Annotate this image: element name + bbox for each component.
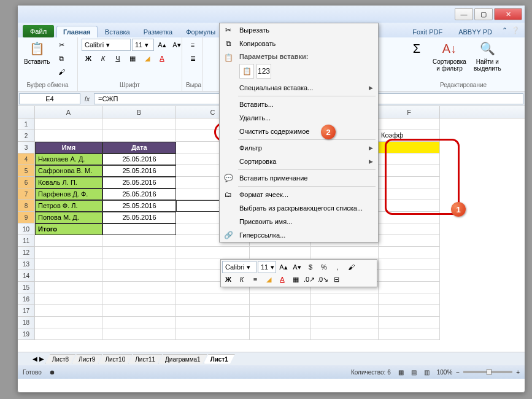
- row-header[interactable]: 13: [18, 258, 35, 270]
- maximize-button[interactable]: ▢: [474, 8, 493, 20]
- cell[interactable]: [35, 130, 102, 142]
- name-box[interactable]: E4: [19, 93, 80, 104]
- sheet-tab-active[interactable]: Лист1: [204, 354, 235, 364]
- tab-insert[interactable]: Вставка: [99, 26, 136, 37]
- cell[interactable]: [35, 282, 102, 293]
- row-header[interactable]: 15: [18, 282, 35, 293]
- col-header-f[interactable]: F: [379, 106, 440, 118]
- context-filter[interactable]: Фильтр▶: [220, 141, 378, 155]
- cell[interactable]: [379, 165, 440, 177]
- tab-home[interactable]: Главная: [56, 26, 98, 37]
- cell[interactable]: [250, 328, 311, 340]
- paste-option-button[interactable]: 123: [256, 64, 271, 79]
- mini-align-center[interactable]: ≡: [249, 274, 261, 285]
- row-header[interactable]: 6: [18, 177, 35, 188]
- sheet-tab[interactable]: Лист10: [98, 354, 132, 364]
- mini-decrease-font[interactable]: A▾: [291, 261, 303, 273]
- row-header[interactable]: 8: [18, 200, 35, 212]
- cell-header-date[interactable]: Дата: [102, 142, 176, 153]
- cell[interactable]: [176, 305, 250, 317]
- cell[interactable]: [35, 258, 102, 270]
- format-painter-button[interactable]: 🖌: [55, 66, 68, 78]
- row-header[interactable]: 14: [18, 270, 35, 282]
- mini-increase-font[interactable]: A▴: [277, 261, 290, 273]
- cell[interactable]: [311, 317, 379, 328]
- cell[interactable]: [250, 247, 311, 258]
- cell[interactable]: [35, 328, 102, 340]
- context-copy[interactable]: ⧉Копировать: [220, 37, 378, 50]
- cell[interactable]: [102, 118, 176, 130]
- paste-button[interactable]: 📋 Вставить: [21, 39, 52, 66]
- cell[interactable]: [250, 305, 311, 317]
- cell[interactable]: [102, 235, 176, 247]
- cell[interactable]: [379, 153, 440, 165]
- cell[interactable]: [379, 282, 440, 293]
- select-all-corner[interactable]: [18, 106, 35, 118]
- mini-fill-color[interactable]: ◢: [263, 274, 275, 285]
- cell[interactable]: [379, 235, 440, 247]
- font-name-combo[interactable]: Calibri▾: [82, 39, 131, 51]
- cell[interactable]: Попова М. Д.: [35, 212, 102, 223]
- row-header[interactable]: 17: [18, 305, 35, 317]
- cell[interactable]: [102, 317, 176, 328]
- col-header-a[interactable]: A: [35, 106, 102, 118]
- fill-color-button[interactable]: ◢: [141, 52, 154, 64]
- cell[interactable]: 25.05.2016: [102, 212, 176, 223]
- tab-file[interactable]: Файл: [23, 25, 54, 37]
- mini-font-color[interactable]: A: [276, 274, 288, 285]
- mini-inc-decimal[interactable]: .0↗: [303, 274, 315, 285]
- cell[interactable]: [102, 305, 176, 317]
- row-header[interactable]: 3: [18, 142, 35, 153]
- cut-button[interactable]: ✂: [55, 39, 68, 51]
- help-icon[interactable]: ❔: [511, 26, 520, 37]
- context-cut[interactable]: ✂Вырезать: [220, 23, 378, 37]
- decrease-font-button[interactable]: A▾: [170, 39, 183, 51]
- cell[interactable]: [102, 247, 176, 258]
- cell[interactable]: [379, 212, 440, 223]
- cell[interactable]: [311, 293, 379, 305]
- underline-button[interactable]: Ч: [111, 52, 125, 64]
- cell[interactable]: [176, 247, 250, 258]
- increase-font-button[interactable]: A▴: [155, 39, 169, 51]
- cell[interactable]: [176, 317, 250, 328]
- row-header[interactable]: 4: [18, 153, 35, 165]
- cell[interactable]: [379, 317, 440, 328]
- context-clear-contents[interactable]: Очистить содержимое: [220, 125, 378, 138]
- paste-option-button[interactable]: 📋: [239, 64, 254, 79]
- cell[interactable]: Коэфф: [379, 130, 440, 142]
- cell[interactable]: 25.05.2016: [102, 177, 176, 188]
- sheet-tab[interactable]: Лист9: [72, 354, 102, 364]
- mini-format-painter[interactable]: 🖌: [345, 261, 357, 273]
- context-dropdown-list[interactable]: Выбрать из раскрывающегося списка...: [220, 201, 378, 215]
- border-button[interactable]: ▦: [126, 52, 139, 64]
- sheet-tab[interactable]: Диаграмма1: [158, 354, 207, 364]
- context-format-cells[interactable]: 🗂Формат ячеек...: [220, 188, 378, 201]
- close-button[interactable]: ✕: [494, 8, 522, 20]
- tab-foxit[interactable]: Foxit PDF: [406, 26, 449, 37]
- row-header[interactable]: 9: [18, 212, 35, 223]
- context-insert-comment[interactable]: 💬Вставить примечание: [220, 171, 378, 185]
- cell[interactable]: [250, 293, 311, 305]
- col-header-b[interactable]: B: [102, 106, 176, 118]
- cell[interactable]: 25.05.2016: [102, 165, 176, 177]
- row-header[interactable]: 19: [18, 328, 35, 340]
- cell[interactable]: 25.05.2016: [102, 188, 176, 200]
- cell[interactable]: [311, 328, 379, 340]
- row-header[interactable]: 16: [18, 293, 35, 305]
- mini-font-combo[interactable]: Calibri▾: [222, 261, 256, 273]
- cell[interactable]: [379, 258, 440, 270]
- cell[interactable]: Николаев А. Д.: [35, 153, 102, 165]
- fx-icon[interactable]: fx: [82, 95, 93, 103]
- cell[interactable]: [311, 305, 379, 317]
- tab-layout[interactable]: Разметка: [137, 26, 179, 37]
- cell[interactable]: [35, 247, 102, 258]
- context-assign-name[interactable]: Присвоить имя...: [220, 215, 378, 228]
- view-layout-icon[interactable]: ▤: [411, 369, 417, 376]
- row-header[interactable]: 1: [18, 118, 35, 130]
- align-left-button[interactable]: ≣: [186, 52, 199, 64]
- sort-filter-button[interactable]: A↓ Сортировка и фильтр: [430, 39, 469, 73]
- cell-total[interactable]: Итого: [35, 223, 102, 235]
- row-header[interactable]: 2: [18, 130, 35, 142]
- cell[interactable]: [379, 188, 440, 200]
- row-header[interactable]: 12: [18, 247, 35, 258]
